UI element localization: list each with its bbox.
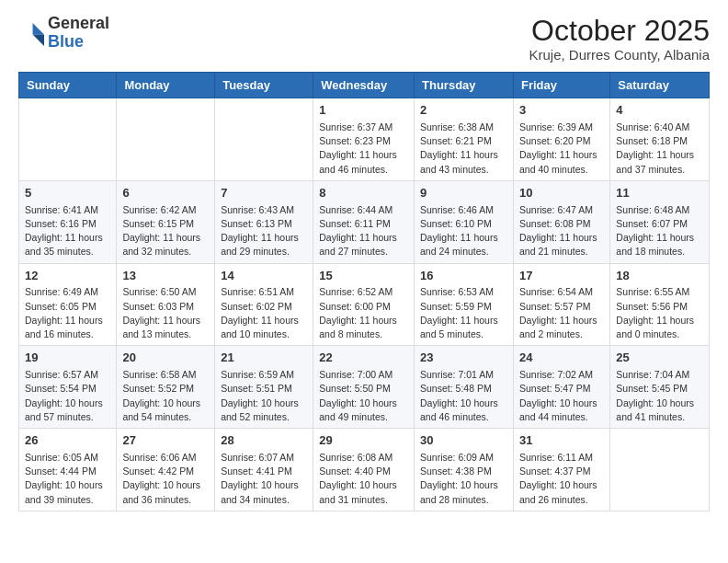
calendar-cell: 21Sunrise: 6:59 AMSunset: 5:51 PMDayligh… [215, 346, 313, 429]
logo-text: General Blue [48, 15, 109, 52]
page: General Blue October 2025 Kruje, Durres … [0, 0, 728, 526]
calendar-cell: 26Sunrise: 6:05 AMSunset: 4:44 PMDayligh… [19, 429, 117, 511]
day-info: Sunrise: 6:37 AMSunset: 6:23 PMDaylight:… [319, 121, 397, 175]
day-info: Sunrise: 6:40 AMSunset: 6:18 PMDaylight:… [616, 121, 694, 175]
calendar-cell: 22Sunrise: 7:00 AMSunset: 5:50 PMDayligh… [313, 346, 415, 429]
day-info: Sunrise: 6:50 AMSunset: 6:03 PMDaylight:… [122, 286, 200, 339]
day-info: Sunrise: 7:04 AMSunset: 5:45 PMDaylight:… [616, 369, 694, 422]
header: General Blue October 2025 Kruje, Durres … [18, 15, 710, 63]
calendar-cell [117, 98, 215, 181]
day-info: Sunrise: 6:47 AMSunset: 6:08 PMDaylight:… [519, 204, 597, 258]
calendar-cell: 12Sunrise: 6:49 AMSunset: 6:05 PMDayligh… [19, 263, 117, 346]
calendar-cell: 30Sunrise: 6:09 AMSunset: 4:38 PMDayligh… [415, 429, 514, 511]
day-number: 16 [420, 268, 507, 285]
day-number: 17 [519, 268, 604, 285]
calendar-cell: 10Sunrise: 6:47 AMSunset: 6:08 PMDayligh… [513, 180, 609, 263]
calendar-cell: 6Sunrise: 6:42 AMSunset: 6:15 PMDaylight… [117, 180, 215, 263]
calendar-cell: 18Sunrise: 6:55 AMSunset: 5:56 PMDayligh… [610, 263, 710, 346]
calendar-cell: 20Sunrise: 6:58 AMSunset: 5:52 PMDayligh… [117, 346, 215, 429]
calendar-header-monday: Monday [117, 73, 215, 98]
logo: General Blue [18, 15, 109, 52]
day-number: 23 [420, 350, 507, 367]
day-info: Sunrise: 7:00 AMSunset: 5:50 PMDaylight:… [319, 369, 397, 422]
day-number: 25 [616, 350, 703, 367]
calendar-cell [215, 98, 313, 181]
day-number: 13 [122, 268, 209, 285]
day-info: Sunrise: 6:11 AMSunset: 4:37 PMDaylight:… [519, 452, 597, 505]
day-number: 20 [122, 350, 209, 367]
calendar-cell: 11Sunrise: 6:48 AMSunset: 6:07 PMDayligh… [610, 180, 710, 263]
day-number: 4 [616, 102, 703, 120]
calendar-cell: 24Sunrise: 7:02 AMSunset: 5:47 PMDayligh… [513, 346, 609, 429]
day-info: Sunrise: 7:01 AMSunset: 5:48 PMDaylight:… [420, 369, 498, 422]
day-info: Sunrise: 7:02 AMSunset: 5:47 PMDaylight:… [519, 369, 597, 422]
calendar-table: SundayMondayTuesdayWednesdayThursdayFrid… [18, 72, 710, 511]
calendar-cell: 13Sunrise: 6:50 AMSunset: 6:03 PMDayligh… [117, 263, 215, 346]
day-info: Sunrise: 6:09 AMSunset: 4:38 PMDaylight:… [420, 452, 498, 505]
day-number: 14 [221, 268, 307, 285]
calendar-cell: 28Sunrise: 6:07 AMSunset: 4:41 PMDayligh… [215, 429, 313, 511]
calendar-cell [19, 98, 117, 181]
calendar-cell: 1Sunrise: 6:37 AMSunset: 6:23 PMDaylight… [313, 98, 415, 181]
day-number: 30 [420, 432, 507, 450]
day-number: 21 [221, 350, 307, 367]
calendar-week-row: 12Sunrise: 6:49 AMSunset: 6:05 PMDayligh… [19, 263, 710, 346]
logo-line2: Blue [48, 33, 109, 52]
calendar-header-thursday: Thursday [415, 73, 514, 98]
calendar-cell [610, 429, 710, 511]
day-number: 11 [616, 185, 703, 202]
calendar-cell: 9Sunrise: 6:46 AMSunset: 6:10 PMDaylight… [415, 180, 514, 263]
calendar-cell: 5Sunrise: 6:41 AMSunset: 6:16 PMDaylight… [19, 180, 117, 263]
day-info: Sunrise: 6:42 AMSunset: 6:15 PMDaylight:… [122, 204, 200, 258]
day-info: Sunrise: 6:51 AMSunset: 6:02 PMDaylight:… [221, 286, 299, 339]
day-info: Sunrise: 6:05 AMSunset: 4:44 PMDaylight:… [25, 452, 103, 505]
day-number: 15 [319, 268, 408, 285]
day-info: Sunrise: 6:44 AMSunset: 6:11 PMDaylight:… [319, 204, 397, 258]
day-info: Sunrise: 6:53 AMSunset: 5:59 PMDaylight:… [420, 286, 498, 339]
day-number: 10 [519, 185, 604, 202]
calendar-cell: 25Sunrise: 7:04 AMSunset: 5:45 PMDayligh… [610, 346, 710, 429]
day-info: Sunrise: 6:08 AMSunset: 4:40 PMDaylight:… [319, 452, 397, 505]
day-number: 29 [319, 432, 408, 450]
day-number: 12 [25, 268, 110, 285]
day-info: Sunrise: 6:55 AMSunset: 5:56 PMDaylight:… [616, 286, 694, 339]
day-info: Sunrise: 6:39 AMSunset: 6:20 PMDaylight:… [519, 121, 597, 175]
calendar-header-saturday: Saturday [610, 73, 710, 98]
day-info: Sunrise: 6:59 AMSunset: 5:51 PMDaylight:… [221, 369, 299, 422]
day-info: Sunrise: 6:52 AMSunset: 6:00 PMDaylight:… [319, 286, 397, 339]
calendar-cell: 4Sunrise: 6:40 AMSunset: 6:18 PMDaylight… [610, 98, 710, 181]
calendar-cell: 29Sunrise: 6:08 AMSunset: 4:40 PMDayligh… [313, 429, 415, 511]
day-info: Sunrise: 6:07 AMSunset: 4:41 PMDaylight:… [221, 452, 299, 505]
day-number: 22 [319, 350, 408, 367]
calendar-header-row: SundayMondayTuesdayWednesdayThursdayFrid… [19, 73, 710, 98]
calendar-header-friday: Friday [513, 73, 609, 98]
day-info: Sunrise: 6:41 AMSunset: 6:16 PMDaylight:… [25, 204, 103, 258]
title-block: October 2025 Kruje, Durres County, Alban… [529, 15, 711, 63]
calendar-cell: 14Sunrise: 6:51 AMSunset: 6:02 PMDayligh… [215, 263, 313, 346]
calendar-cell: 3Sunrise: 6:39 AMSunset: 6:20 PMDaylight… [513, 98, 609, 181]
calendar-cell: 2Sunrise: 6:38 AMSunset: 6:21 PMDaylight… [415, 98, 514, 181]
day-number: 26 [25, 432, 110, 450]
calendar-week-row: 26Sunrise: 6:05 AMSunset: 4:44 PMDayligh… [19, 429, 710, 511]
day-number: 7 [221, 185, 307, 202]
day-number: 8 [319, 185, 408, 202]
calendar-cell: 8Sunrise: 6:44 AMSunset: 6:11 PMDaylight… [313, 180, 415, 263]
day-info: Sunrise: 6:46 AMSunset: 6:10 PMDaylight:… [420, 204, 498, 258]
calendar-header-sunday: Sunday [19, 73, 117, 98]
calendar-header-tuesday: Tuesday [215, 73, 313, 98]
day-number: 6 [122, 185, 209, 202]
calendar-week-row: 5Sunrise: 6:41 AMSunset: 6:16 PMDaylight… [19, 180, 710, 263]
day-number: 2 [420, 102, 507, 120]
day-number: 28 [221, 432, 307, 450]
day-info: Sunrise: 6:49 AMSunset: 6:05 PMDaylight:… [25, 286, 103, 339]
calendar-cell: 23Sunrise: 7:01 AMSunset: 5:48 PMDayligh… [415, 346, 514, 429]
logo-icon [18, 20, 44, 46]
calendar-cell: 15Sunrise: 6:52 AMSunset: 6:00 PMDayligh… [313, 263, 415, 346]
calendar-cell: 7Sunrise: 6:43 AMSunset: 6:13 PMDaylight… [215, 180, 313, 263]
day-number: 31 [519, 432, 604, 450]
day-info: Sunrise: 6:57 AMSunset: 5:54 PMDaylight:… [25, 369, 103, 422]
day-info: Sunrise: 6:48 AMSunset: 6:07 PMDaylight:… [616, 204, 694, 258]
calendar-cell: 27Sunrise: 6:06 AMSunset: 4:42 PMDayligh… [117, 429, 215, 511]
calendar-cell: 19Sunrise: 6:57 AMSunset: 5:54 PMDayligh… [19, 346, 117, 429]
calendar-week-row: 19Sunrise: 6:57 AMSunset: 5:54 PMDayligh… [19, 346, 710, 429]
